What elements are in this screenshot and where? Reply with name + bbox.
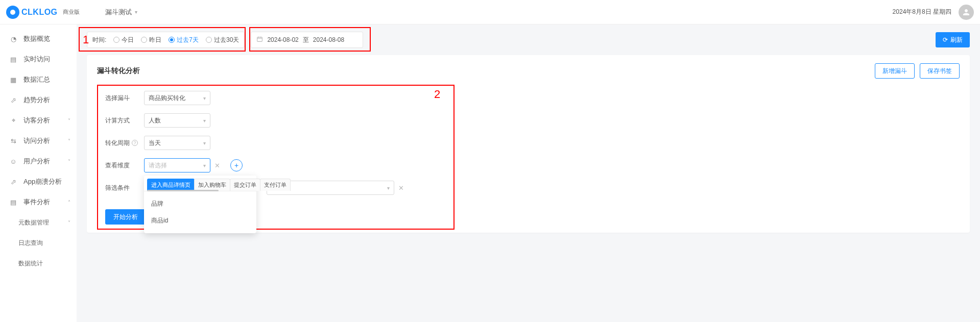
- sidebar-item-label: 用户分析: [23, 157, 50, 166]
- time-option-0[interactable]: 今日: [113, 36, 134, 44]
- chevron-down-icon: ▾: [387, 185, 390, 191]
- logo-icon: [6, 6, 19, 19]
- radio-label: 过去7天: [177, 36, 199, 44]
- sidebar-item-11[interactable]: 数据统计: [0, 253, 77, 274]
- dropdown-item-0[interactable]: 品牌: [144, 195, 256, 212]
- refresh-icon: ⟳: [943, 36, 948, 43]
- chevron-icon: ˅: [68, 118, 70, 123]
- radio-icon: [169, 37, 175, 43]
- sidebar-item-6[interactable]: ☺用户分析˅: [0, 151, 77, 171]
- period-select[interactable]: 当天▾: [144, 136, 210, 150]
- visitor-icon: ⌖: [9, 116, 17, 125]
- sidebar-item-label: 访客分析: [23, 116, 50, 125]
- radio-icon: [206, 37, 212, 43]
- annotation-label-1: 1: [83, 33, 89, 46]
- user-icon: [962, 8, 971, 17]
- sidebar-item-label: 数据汇总: [23, 75, 50, 84]
- sidebar-item-label: 实时访问: [23, 55, 50, 64]
- dropdown-tab-1[interactable]: 加入购物车: [194, 179, 230, 191]
- funnel-select[interactable]: 商品购买转化▾: [144, 91, 210, 105]
- dashboard-icon: ◔: [9, 35, 17, 43]
- chevron-icon: ˄: [68, 200, 70, 205]
- chevron-down-icon: ▾: [203, 163, 206, 168]
- dropdown-tab-0[interactable]: 进入商品详情页: [147, 179, 195, 191]
- summary-icon: ▦: [9, 76, 17, 84]
- date-start: 2024-08-02: [267, 36, 298, 43]
- time-option-1[interactable]: 昨日: [141, 36, 161, 44]
- radio-label: 今日: [122, 36, 134, 44]
- filter-label: 筛选条件: [105, 184, 144, 192]
- chevron-down-icon: ▾: [203, 95, 206, 101]
- date-range-picker[interactable]: 2024-08-02 至 2024-08-08: [251, 32, 363, 48]
- user-avatar[interactable]: [959, 5, 974, 20]
- dropdown-body: 品牌商品id: [144, 191, 256, 233]
- crash-icon: ⬀: [9, 178, 17, 186]
- sidebar: ◔数据概览▤实时访问▦数据汇总⬀趋势分析⌖访客分析˅⇆访问分析˅☺用户分析˅⬀A…: [0, 24, 77, 322]
- sidebar-item-4[interactable]: ⌖访客分析˅: [0, 110, 77, 131]
- sidebar-item-8[interactable]: ▤事件分析˄: [0, 192, 77, 212]
- sidebar-item-label: 数据概览: [23, 34, 50, 43]
- project-name: 漏斗测试: [105, 8, 132, 17]
- app-header: CLKLOG 商业版 漏斗测试 ▾ 2024年8月8日 星期四: [0, 0, 980, 24]
- calendar-icon: [256, 36, 263, 44]
- sidebar-item-7[interactable]: ⬀App崩溃分析: [0, 171, 77, 192]
- funnel-panel: 漏斗转化分析 新增漏斗 保存书签 2 选择漏斗 商品购买转化▾ 计算方式: [87, 55, 970, 233]
- sidebar-item-label: 数据统计: [18, 259, 43, 268]
- panel-title: 漏斗转化分析: [97, 66, 140, 76]
- add-dimension-button[interactable]: +: [230, 159, 243, 171]
- sidebar-item-label: 趋势分析: [23, 95, 50, 105]
- edition-tag: 商业版: [63, 8, 80, 16]
- clear-dimension-icon[interactable]: ✕: [214, 162, 220, 169]
- sidebar-item-10[interactable]: 日志查询: [0, 233, 77, 253]
- radio-label: 昨日: [149, 36, 161, 44]
- dropdown-tab-3[interactable]: 支付订单: [260, 179, 291, 191]
- new-funnel-button[interactable]: 新增漏斗: [875, 63, 915, 79]
- dropdown-tab-2[interactable]: 提交订单: [230, 179, 260, 191]
- analyze-button[interactable]: 开始分析: [105, 209, 146, 225]
- radio-icon: [141, 37, 147, 43]
- sidebar-item-5[interactable]: ⇆访问分析˅: [0, 131, 77, 151]
- clear-filter-icon[interactable]: ✕: [398, 184, 404, 192]
- date-end: 2024-08-08: [313, 36, 344, 43]
- scroll-indicator: [147, 190, 219, 191]
- header-date: 2024年8月8日 星期四: [893, 8, 951, 16]
- time-option-2[interactable]: 过去7天: [169, 36, 199, 44]
- chevron-down-icon: ▾: [203, 140, 206, 146]
- calc-method-select[interactable]: 人数▾: [144, 113, 210, 128]
- chevron-down-icon: ▾: [135, 9, 137, 15]
- sidebar-item-label: 事件分析: [23, 197, 50, 207]
- dimension-label: 查看维度: [105, 161, 144, 170]
- project-selector[interactable]: 漏斗测试 ▾: [105, 8, 137, 17]
- logo: CLKLOG: [6, 6, 58, 19]
- sidebar-item-0[interactable]: ◔数据概览: [0, 29, 77, 49]
- funnel-select-label: 选择漏斗: [105, 94, 144, 103]
- calc-method-label: 计算方式: [105, 116, 144, 125]
- time-label: 时间:: [92, 36, 106, 44]
- sidebar-item-3[interactable]: ⬀趋势分析: [0, 90, 77, 110]
- radio-icon: [113, 37, 119, 43]
- chevron-icon: ˅: [68, 138, 70, 144]
- sidebar-item-2[interactable]: ▦数据汇总: [0, 69, 77, 90]
- dropdown-item-1[interactable]: 商品id: [144, 212, 256, 229]
- main-content: 时间: 今日昨日过去7天过去30天 2024-08-02 至 2024-08-0…: [77, 24, 980, 322]
- sidebar-item-1[interactable]: ▤实时访问: [0, 49, 77, 69]
- annotation-label-2: 2: [434, 88, 440, 101]
- toolbar: 时间: 今日昨日过去7天过去30天 2024-08-02 至 2024-08-0…: [87, 32, 970, 48]
- event-icon: ▤: [9, 198, 17, 206]
- realtime-icon: ▤: [9, 55, 17, 63]
- chevron-icon: ˅: [68, 159, 70, 164]
- time-option-3[interactable]: 过去30天: [206, 36, 239, 44]
- dimension-select[interactable]: 请选择▾: [144, 158, 210, 172]
- chevron-icon: ˅: [68, 220, 70, 226]
- info-icon[interactable]: ?: [132, 140, 138, 146]
- refresh-button[interactable]: ⟳ 刷新: [936, 32, 970, 47]
- refresh-label: 刷新: [950, 36, 963, 44]
- sidebar-item-label: 元数据管理: [18, 218, 49, 227]
- save-bookmark-button[interactable]: 保存书签: [920, 63, 960, 79]
- dimension-dropdown: 进入商品详情页加入购物车提交订单支付订单 品牌商品id: [144, 176, 256, 233]
- user-icon: ☺: [9, 157, 17, 165]
- date-sep: 至: [303, 36, 309, 44]
- sidebar-item-9[interactable]: 元数据管理˅: [0, 212, 77, 233]
- visit-icon: ⇆: [9, 137, 17, 145]
- sidebar-item-label: 日志查询: [18, 239, 43, 247]
